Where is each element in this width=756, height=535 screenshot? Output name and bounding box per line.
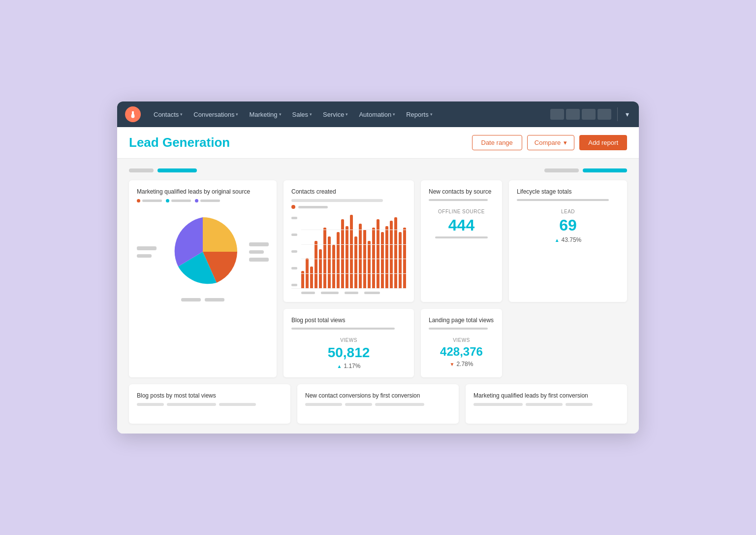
bar <box>350 215 353 288</box>
pie-chart-svg <box>163 212 242 291</box>
bar <box>315 241 317 288</box>
gridline <box>301 273 406 274</box>
bar-chart-bars <box>301 215 406 288</box>
lifecycle-change: ▲ 43.75% <box>517 236 619 243</box>
pie-labels-left <box>137 246 157 258</box>
tab-inactive-1[interactable] <box>129 168 154 172</box>
y-label <box>291 217 297 219</box>
chevron-down-icon: ▾ <box>430 112 433 117</box>
tab-bar-right <box>544 168 627 172</box>
pie-bottom-label <box>205 298 224 301</box>
nav-items: Contacts ▾ Conversations ▾ Marketing ▾ S… <box>149 108 550 121</box>
nav-reports[interactable]: Reports ▾ <box>401 108 438 121</box>
landing-views-card: Landing page total views VIEWS 428,376 ▼… <box>421 309 502 377</box>
pie-label-box-r1 <box>249 242 269 246</box>
new-contacts-card: New contacts by source OFFLINE SOURCE 44… <box>421 180 502 302</box>
skeleton <box>526 403 563 406</box>
new-contacts-title: New contacts by source <box>429 188 494 195</box>
gridline <box>301 244 406 245</box>
nav-conversations-label: Conversations <box>193 111 234 118</box>
nav-icon-btn-2[interactable] <box>566 109 580 120</box>
page-title: Lead Generation <box>129 135 230 150</box>
bar <box>385 226 388 288</box>
bar <box>372 228 375 288</box>
nav-collapse-btn[interactable]: ▾ <box>624 110 631 118</box>
skeleton <box>566 403 593 406</box>
x-axis <box>291 292 406 294</box>
nav-service[interactable]: Service ▾ <box>318 108 353 121</box>
legend-line-2 <box>171 200 191 202</box>
bar-chart <box>291 215 406 289</box>
nav-contacts[interactable]: Contacts ▾ <box>149 108 188 121</box>
legend-line-3 <box>200 200 220 202</box>
bar <box>346 226 348 288</box>
card-legend <box>291 205 406 209</box>
chevron-down-icon: ▾ <box>393 112 395 117</box>
lifecycle-label: LEAD <box>517 209 619 214</box>
bar <box>390 221 393 288</box>
nav-icon-btn-4[interactable] <box>598 109 611 120</box>
bottom-card-1-title: Blog posts by most total views <box>137 392 283 399</box>
tab-bar <box>129 168 627 172</box>
mql-card: Marketing qualified leads by original so… <box>129 180 277 377</box>
tab-active[interactable] <box>158 168 197 172</box>
nav-conversations[interactable]: Conversations ▾ <box>189 108 243 121</box>
chevron-down-icon: ▾ <box>310 112 312 117</box>
mql-title: Marketing qualified leads by original so… <box>137 188 269 195</box>
chevron-down-icon: ▾ <box>564 139 567 146</box>
nav-divider <box>617 107 618 121</box>
dashboard-grid: Contacts created <box>129 180 627 377</box>
y-label <box>291 267 297 269</box>
chevron-down-icon: ▾ <box>279 112 282 117</box>
x-label <box>301 292 315 294</box>
tab-inactive-2[interactable] <box>544 168 579 172</box>
compare-button[interactable]: Compare ▾ <box>527 135 574 150</box>
hubspot-logo <box>125 106 141 122</box>
chevron-down-icon: ▾ <box>346 112 348 117</box>
blog-views-label: VIEWS <box>291 337 406 343</box>
arrow-down-icon: ▼ <box>450 362 455 367</box>
gridline <box>301 259 406 259</box>
bar <box>403 228 406 288</box>
blog-views-change-value: 1.17% <box>344 363 360 369</box>
gridline <box>301 230 406 230</box>
blog-views-title: Blog post total views <box>291 317 406 324</box>
nav-icon-btn-3[interactable] <box>582 109 596 120</box>
bar <box>323 228 326 288</box>
nav-icon-btn-1[interactable] <box>550 109 564 120</box>
bar <box>381 232 384 288</box>
bottom-card-2: New contact conversions by first convers… <box>297 384 459 424</box>
bottom-card-2-title: New contact conversions by first convers… <box>305 392 451 399</box>
skeleton <box>219 403 256 406</box>
new-contacts-value: 444 <box>429 216 494 234</box>
legend-item-2 <box>166 199 191 202</box>
bar <box>368 241 371 288</box>
bottom-card-1-skeletons <box>137 403 283 406</box>
x-label <box>364 292 380 294</box>
date-range-button[interactable]: Date range <box>472 135 522 150</box>
nav-marketing[interactable]: Marketing ▾ <box>244 108 286 121</box>
pie-dot-1 <box>137 199 140 202</box>
bottom-card-2-skeletons <box>305 403 451 406</box>
bar <box>359 224 362 288</box>
pie-labels-right <box>249 242 269 262</box>
contacts-created-title: Contacts created <box>291 188 406 195</box>
lifecycle-card: Lifecycle stage totals LEAD 69 ▲ 43.75% <box>509 180 627 302</box>
nav-automation[interactable]: Automation ▾ <box>354 108 400 121</box>
content-area: Contacts created <box>117 159 639 434</box>
chevron-down-icon: ▾ <box>180 112 183 117</box>
bottom-card-1: Blog posts by most total views <box>129 384 290 424</box>
y-label <box>291 284 297 286</box>
lifecycle-title: Lifecycle stage totals <box>517 188 619 195</box>
arrow-up-icon: ▲ <box>337 364 342 369</box>
pie-label-box-r3 <box>249 258 269 262</box>
nav-contacts-label: Contacts <box>154 111 179 118</box>
new-contacts-label: OFFLINE SOURCE <box>429 209 494 214</box>
header-actions: Date range Compare ▾ Add report <box>472 135 628 150</box>
tab-active-2[interactable] <box>583 168 627 172</box>
add-report-button[interactable]: Add report <box>579 135 627 150</box>
card-top-bar <box>429 199 488 201</box>
landing-views-value: 428,376 <box>429 345 494 359</box>
bar <box>310 267 313 288</box>
nav-sales[interactable]: Sales ▾ <box>287 108 317 121</box>
